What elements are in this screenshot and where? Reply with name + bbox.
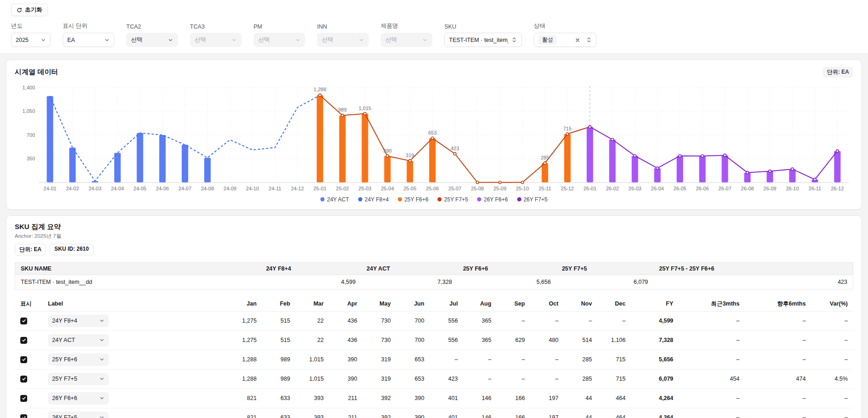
filter-inn: INN 선택 [317,24,369,47]
svg-text:319: 319 [406,153,414,158]
sku-id-badge: SKU ID: 2610 [50,244,94,255]
value-cell: 1,015 [295,369,329,389]
visibility-checkbox[interactable] [20,337,27,344]
unit-select[interactable]: EA [63,33,114,47]
chevron-down-icon [99,415,105,418]
value-cell: 474 [745,369,811,389]
label-select[interactable]: 24Y F8+4 [48,315,109,327]
filter-product: 제품명 선택 [381,22,432,47]
label-select-value: 25Y F6+6 [52,356,77,363]
svg-text:26-03: 26-03 [628,186,641,191]
legend-label: 26Y F7+5 [524,196,548,203]
monthly-header: May [363,297,396,312]
chevron-down-icon [99,318,105,324]
monthly-header: Mar [295,297,329,312]
svg-text:26-04: 26-04 [651,186,664,191]
label-select[interactable]: 24Y ACT [48,334,109,347]
label-select[interactable]: 26Y F7+5 [48,412,109,418]
fy-cell: 6,079 [631,369,679,389]
filter-label: 표시 단위 [63,22,114,30]
legend-label: 26Y F6+6 [484,196,508,203]
value-cell: 700 [396,311,430,330]
visibility-checkbox[interactable] [20,318,27,324]
value-cell: 401 [430,389,463,408]
value-cell: 285 [564,350,597,369]
svg-text:715: 715 [563,126,572,131]
value-cell: 166 [497,408,531,418]
value-cell: 166 [497,389,531,408]
clear-icon[interactable] [575,37,580,43]
chevrons-up-down-icon [586,37,592,43]
svg-text:25-02: 25-02 [336,186,349,191]
svg-text:25-12: 25-12 [561,186,574,191]
visibility-checkbox[interactable] [20,395,27,402]
monthly-table: 표시LabelJanFebMarAprMayJunJulAugSepOctNov… [15,297,853,418]
totals-header: 25Y F7+5 - 25Y F6+6 [654,262,853,275]
value-cell: 464 [597,389,631,408]
filter-status: 상태 활성 [534,22,596,47]
value-cell: 211 [329,389,363,408]
value-cell: 1,106 [597,330,631,350]
visibility-checkbox[interactable] [20,356,27,363]
sku-totals-table: SKU NAME24Y F8+424Y ACT25Y F6+625Y F7+52… [15,262,853,289]
value-cell: 146 [463,389,497,408]
svg-text:24-04: 24-04 [111,186,124,191]
value-cell: 989 [262,350,296,369]
value-cell: 1,288 [229,369,262,389]
visibility-checkbox[interactable] [20,376,27,383]
value-cell: 436 [329,311,363,330]
chevron-down-icon [295,37,301,43]
label-select[interactable]: 25Y F7+5 [48,373,109,385]
product-select-value: 선택 [385,36,397,44]
label-select[interactable]: 25Y F6+6 [48,353,109,366]
value-cell: – [745,311,811,330]
svg-text:24-10: 24-10 [246,186,259,191]
timeseries-card: 시계열 데이터 단위: EA 3507001,0501,40024-0124-0… [6,59,862,210]
svg-text:26-08: 26-08 [741,186,754,191]
totals-header: 25Y F7+5 [556,262,654,275]
value-cell: 730 [363,311,396,330]
filter-label: SKU [444,24,522,30]
year-select-value: 2025 [16,37,29,43]
svg-text:25-08: 25-08 [471,186,484,191]
svg-text:25-10: 25-10 [516,186,529,191]
value-cell: – [745,408,811,418]
label-select[interactable]: 26Y F6+6 [48,392,109,405]
sku-combobox[interactable]: TEST-ITEM · test_item__dd [444,33,522,47]
chevron-down-icon [99,357,105,362]
product-select: 선택 [381,33,432,47]
svg-text:25-07: 25-07 [449,186,461,191]
value-cell: 401 [430,408,463,418]
timeseries-chart: 3507001,0501,40024-0124-0224-0324-0424-0… [15,83,853,194]
pm-select: 선택 [254,33,305,47]
monthly-header: 표시 [15,297,42,312]
filter-tca2: TCA2 선택 [126,24,178,47]
monthly-header: Sep [497,297,531,312]
svg-text:25-05: 25-05 [403,186,416,191]
fy-cell: 4,599 [631,311,679,330]
fy-cell: 7,328 [631,330,679,350]
series-row: 24Y ACT1,2755152243673070055636562948051… [15,330,853,350]
value-cell: 393 [295,389,329,408]
reset-button[interactable]: 초기화 [11,4,48,16]
value-cell: – [679,350,745,369]
value-cell: 392 [363,408,396,418]
visibility-checkbox[interactable] [20,414,27,418]
filter-bar: 초기화 년도 2025 표시 단위 EA TCA2 선택 TCA3 [0,0,868,54]
chart-title: 시계열 데이터 [15,68,58,77]
year-select[interactable]: 2025 [11,33,51,47]
legend-item: 26Y F7+5 [517,196,548,203]
value-cell: 319 [363,350,396,369]
svg-text:24-06: 24-06 [156,186,169,191]
value-cell: 514 [564,330,597,350]
tca2-select[interactable]: 선택 [126,33,178,47]
chevron-down-icon [99,376,105,382]
status-select[interactable]: 활성 [534,33,596,47]
sku-combobox-value: TEST-ITEM · test_item__dd [449,37,508,43]
value-cell: 700 [396,330,430,350]
value-cell: 629 [497,330,531,350]
filter-label: 제품명 [381,22,432,30]
value-cell: 633 [262,389,296,408]
svg-text:24-09: 24-09 [224,186,236,191]
sku-name-cell: TEST-ITEM · test_item__dd [15,275,261,289]
